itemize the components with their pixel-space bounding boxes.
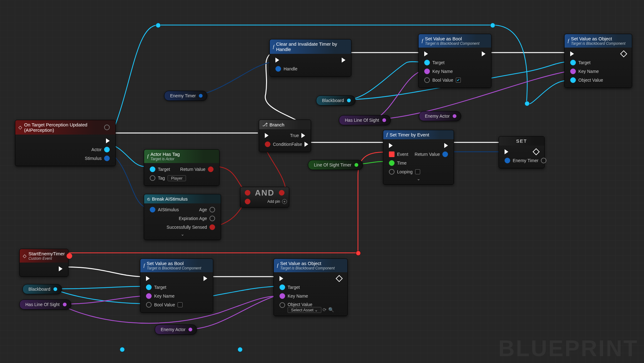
var-blackboard-1[interactable]: Blackboard xyxy=(316,95,355,105)
pin-cond[interactable] xyxy=(265,141,270,147)
node-actor-has-tag[interactable]: fActor Has TagTarget is Actor Target Ret… xyxy=(144,149,219,186)
var-blackboard-2[interactable]: Blackboard xyxy=(23,284,62,294)
reroute-bb-bot[interactable] xyxy=(120,347,125,352)
pin-sensed[interactable] xyxy=(209,224,215,230)
pin-stimulus[interactable] xyxy=(104,156,110,161)
reroute-actor-top[interactable] xyxy=(156,23,161,28)
expand-chevron[interactable]: ⌄ xyxy=(147,232,218,237)
pin-loop[interactable] xyxy=(389,169,395,175)
pin-ret[interactable] xyxy=(442,151,448,157)
exec-out[interactable] xyxy=(444,143,448,148)
delegate-pin[interactable] xyxy=(104,125,110,130)
exec-true[interactable] xyxy=(301,133,305,138)
tag-input[interactable]: Player xyxy=(168,175,186,181)
pin-in[interactable] xyxy=(505,158,510,163)
exec-in[interactable] xyxy=(424,51,428,56)
node-set-bool-top[interactable]: fSet Value as BoolTarget is Blackboard C… xyxy=(418,34,491,88)
pin-target[interactable] xyxy=(150,166,155,172)
reroute-delegate[interactable] xyxy=(356,251,361,256)
reroute-actor-top2[interactable] xyxy=(490,23,495,28)
var-has-los-2[interactable]: Has Line Of Sight xyxy=(19,299,71,309)
pin-key[interactable] xyxy=(279,293,285,299)
pin-target[interactable] xyxy=(279,284,285,290)
exec-in[interactable] xyxy=(570,51,574,56)
pin-key[interactable] xyxy=(146,293,152,299)
title: On Target Perception Updated (AIPercepti… xyxy=(24,122,102,133)
pin-actor[interactable] xyxy=(104,147,110,152)
pin-out[interactable] xyxy=(541,158,546,163)
exec-in[interactable] xyxy=(265,133,269,138)
node-branch[interactable]: ⎇Branch True ConditionFalse xyxy=(259,120,311,152)
browse-icon[interactable]: ⟳ 🔍 xyxy=(323,307,334,312)
pin-target[interactable] xyxy=(570,60,576,65)
exec-out[interactable] xyxy=(342,58,345,63)
var-los-timer[interactable]: Line Of Sight Timer xyxy=(308,160,363,170)
node-clear-timer[interactable]: fClear and Invalidate Timer by Handle Ha… xyxy=(269,39,351,77)
expand-chevron[interactable]: ⌄ xyxy=(386,176,450,181)
node-set-bool-bottom[interactable]: fSet Value as BoolTarget is Blackboard C… xyxy=(140,258,213,313)
reroute-actor-right[interactable] xyxy=(525,101,530,106)
node-break-aistimulus[interactable]: ⎋Break AIStimulus AIStimulus Age Expirat… xyxy=(144,194,221,240)
exec-false[interactable] xyxy=(304,142,308,147)
pin-target[interactable] xyxy=(146,284,152,290)
var-has-los-1[interactable]: Has Line Of Sight xyxy=(339,115,391,125)
bool-checkbox[interactable]: ✔ xyxy=(456,78,461,83)
bool-checkbox[interactable] xyxy=(178,302,183,307)
node-set-timer[interactable]: fSet Timer by Event Event Return Value T… xyxy=(383,130,454,185)
pin-handle[interactable] xyxy=(275,66,281,72)
add-pin-icon[interactable]: + xyxy=(282,199,287,204)
node-and[interactable]: AND Add pin+ xyxy=(240,187,289,207)
pin-time[interactable] xyxy=(389,160,395,166)
watermark: BLUEPRINT xyxy=(498,335,638,361)
pin-aistim[interactable] xyxy=(150,207,155,212)
exec-in[interactable] xyxy=(275,58,279,63)
exec-out[interactable] xyxy=(533,148,540,156)
reroute-bb-bot2[interactable] xyxy=(238,347,243,352)
delegate-out[interactable] xyxy=(67,253,72,259)
exec-out[interactable] xyxy=(336,275,343,282)
pin-bool[interactable] xyxy=(146,302,152,308)
pin-bool[interactable] xyxy=(424,77,430,83)
exec-out[interactable] xyxy=(482,51,486,56)
pin-key[interactable] xyxy=(570,69,576,74)
pin-tag[interactable] xyxy=(150,175,155,181)
pin-event[interactable] xyxy=(389,151,395,157)
exec-out[interactable] xyxy=(620,50,627,58)
exec-in[interactable] xyxy=(389,143,393,148)
loop-checkbox[interactable] xyxy=(415,169,420,174)
pin-out[interactable] xyxy=(279,190,284,196)
var-enemy-actor-2[interactable]: Enemy Actor xyxy=(155,325,197,335)
pin-target[interactable] xyxy=(424,60,430,65)
pin-key[interactable] xyxy=(424,69,430,74)
asset-select[interactable]: Select Asset ⌄ xyxy=(288,307,321,313)
pin-return[interactable] xyxy=(208,166,214,172)
node-set-variable[interactable]: SET Enemy Timer xyxy=(499,136,545,168)
exec-in[interactable] xyxy=(279,276,283,281)
pin-expage[interactable] xyxy=(209,216,215,221)
node-start-enemy-timer[interactable]: ◇StartEnemyTimerCustom Event xyxy=(19,249,68,277)
exec-in[interactable] xyxy=(505,149,508,154)
pin-obj[interactable] xyxy=(279,302,285,308)
exec-in[interactable] xyxy=(146,276,150,281)
exec-out[interactable] xyxy=(59,266,63,271)
exec-out[interactable] xyxy=(106,138,110,143)
node-set-object-top[interactable]: fSet Value as ObjectTarget is Blackboard… xyxy=(564,34,632,88)
pin-a[interactable] xyxy=(245,190,250,196)
pin-obj[interactable] xyxy=(570,77,576,83)
pin-b[interactable] xyxy=(245,199,250,204)
exec-out[interactable] xyxy=(204,276,207,281)
var-enemy-timer-1[interactable]: Enemy Timer xyxy=(164,91,207,101)
pin-age[interactable] xyxy=(209,207,215,212)
var-enemy-actor-1[interactable]: Enemy Actor xyxy=(419,111,461,121)
node-on-target-perception[interactable]: ◇On Target Perception Updated (AIPercept… xyxy=(15,120,116,166)
node-set-object-bottom[interactable]: fSet Value as ObjectTarget is Blackboard… xyxy=(274,258,348,316)
